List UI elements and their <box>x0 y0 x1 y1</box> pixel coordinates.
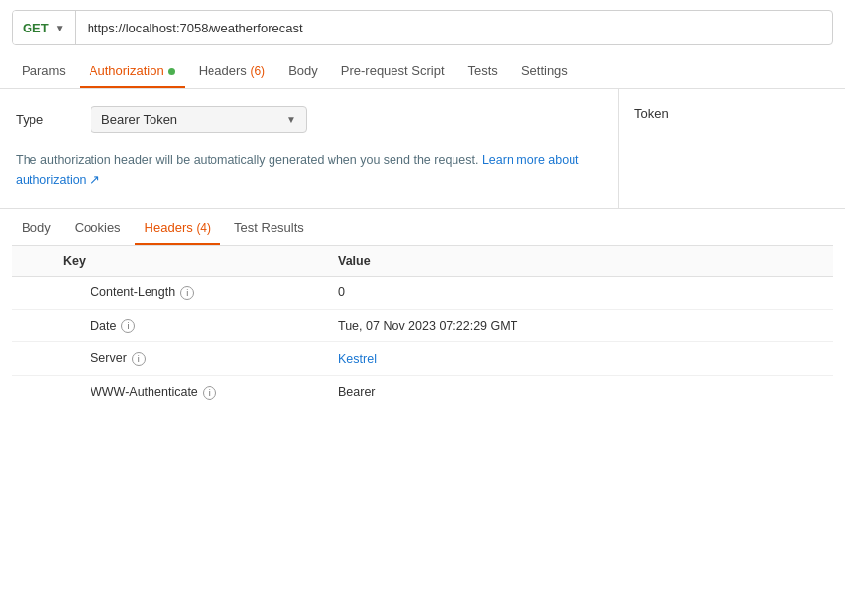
col-value: Value <box>327 246 833 277</box>
response-table: Key Value Content-Lengthi0DateiTue, 07 N… <box>12 246 833 408</box>
value-cell: Kestrel <box>327 342 833 376</box>
tab-top-headers[interactable]: Headers (6) <box>189 55 274 88</box>
bottom-section: Body Cookies Headers (4) Test Results Ke… <box>0 209 845 408</box>
auth-left-panel: Type Bearer Token ▼ The authorization he… <box>0 89 619 208</box>
key-cell: Serveri <box>51 342 327 376</box>
table-row: WWW-AuthenticateiBearer <box>12 376 833 408</box>
main-content: Type Bearer Token ▼ The authorization he… <box>0 89 845 209</box>
info-icon[interactable]: i <box>132 352 146 366</box>
token-label: Token <box>634 106 669 121</box>
col-key: Key <box>51 246 327 277</box>
info-icon[interactable]: i <box>121 319 135 333</box>
info-icon[interactable]: i <box>203 386 216 400</box>
method-label: GET <box>23 21 49 35</box>
key-cell: Content-Lengthi <box>51 277 327 310</box>
tab-top-params[interactable]: Params <box>12 55 76 88</box>
url-input[interactable] <box>76 21 832 35</box>
bearer-token-select[interactable]: Bearer Token ▼ <box>91 106 307 133</box>
url-bar: GET ▼ <box>12 10 833 45</box>
tab-top-prerequest[interactable]: Pre-request Script <box>332 55 454 88</box>
type-label: Type <box>16 112 75 127</box>
method-select[interactable]: GET ▼ <box>13 11 76 44</box>
tab-top-tests[interactable]: Tests <box>458 55 508 88</box>
method-chevron-icon: ▼ <box>55 23 65 33</box>
tab-bottom-testresults[interactable]: Test Results <box>224 213 314 245</box>
key-cell: WWW-Authenticatei <box>51 376 327 408</box>
auth-info-text: The authorization header will be automat… <box>16 151 602 190</box>
tab-bottom-body[interactable]: Body <box>12 213 61 245</box>
auth-right-panel: Token <box>619 89 845 208</box>
tab-top-settings[interactable]: Settings <box>512 55 577 88</box>
col-checkbox <box>12 246 51 277</box>
select-chevron-icon: ▼ <box>286 114 296 125</box>
tab-bottom-headers[interactable]: Headers (4) <box>135 213 220 245</box>
tabs-top: Params Authorization Headers (6) Body Pr… <box>0 55 845 89</box>
value-cell: 0 <box>327 277 833 310</box>
table-row: DateiTue, 07 Nov 2023 07:22:29 GMT <box>12 309 833 342</box>
key-cell: Datei <box>51 309 327 342</box>
table-row: ServeriKestrel <box>12 342 833 376</box>
tabs-bottom: Body Cookies Headers (4) Test Results <box>12 209 833 246</box>
tab-top-authorization[interactable]: Authorization <box>80 55 185 88</box>
tab-bottom-cookies[interactable]: Cookies <box>65 213 131 245</box>
type-row: Type Bearer Token ▼ <box>16 106 602 133</box>
value-cell: Bearer <box>327 376 833 408</box>
authorization-dot <box>168 68 175 75</box>
table-row: Content-Lengthi0 <box>12 277 833 310</box>
info-icon[interactable]: i <box>180 286 194 300</box>
tab-top-body[interactable]: Body <box>278 55 328 88</box>
value-cell: Tue, 07 Nov 2023 07:22:29 GMT <box>327 309 833 342</box>
